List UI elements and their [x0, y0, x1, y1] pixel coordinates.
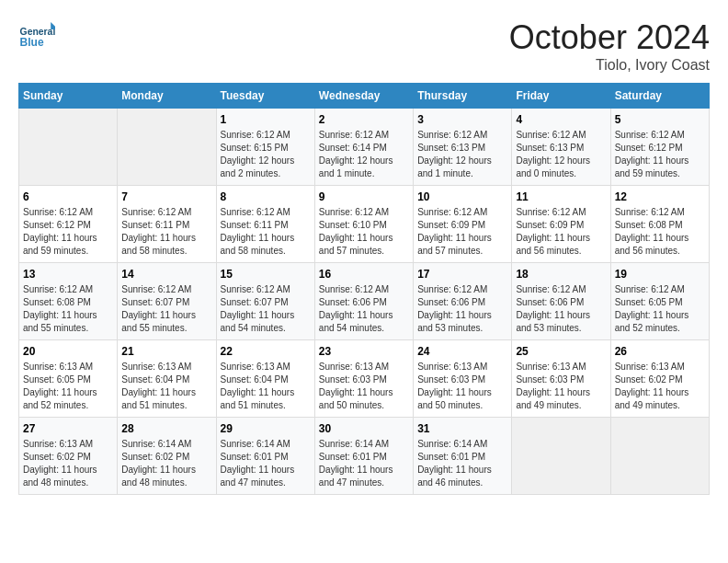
day-number: 25: [516, 345, 606, 358]
calendar-week-row: 20Sunrise: 6:13 AMSunset: 6:05 PMDayligh…: [19, 340, 710, 418]
day-info: Sunrise: 6:12 AMSunset: 6:07 PMDaylight:…: [121, 283, 211, 335]
calendar-cell: 25Sunrise: 6:13 AMSunset: 6:03 PMDayligh…: [512, 340, 610, 418]
calendar-cell: [512, 418, 610, 495]
day-info: Sunrise: 6:12 AMSunset: 6:06 PMDaylight:…: [319, 283, 409, 335]
page-header: General Blue October 2024 Tiolo, Ivory C…: [18, 18, 710, 74]
day-info: Sunrise: 6:13 AMSunset: 6:03 PMDaylight:…: [319, 361, 409, 412]
calendar-cell: 7Sunrise: 6:12 AMSunset: 6:11 PMDaylight…: [118, 186, 216, 263]
day-number: 15: [221, 268, 311, 281]
title-block: October 2024 Tiolo, Ivory Coast: [509, 18, 710, 74]
col-wednesday: Wednesday: [314, 84, 413, 109]
calendar-cell: 4Sunrise: 6:12 AMSunset: 6:13 PMDaylight…: [512, 109, 610, 186]
calendar-week-row: 27Sunrise: 6:13 AMSunset: 6:02 PMDayligh…: [19, 418, 710, 495]
day-info: Sunrise: 6:12 AMSunset: 6:10 PMDaylight:…: [319, 206, 409, 258]
calendar-cell: 15Sunrise: 6:12 AMSunset: 6:07 PMDayligh…: [216, 263, 314, 340]
day-info: Sunrise: 6:12 AMSunset: 6:12 PMDaylight:…: [23, 206, 113, 258]
day-info: Sunrise: 6:12 AMSunset: 6:07 PMDaylight:…: [221, 283, 311, 335]
day-number: 11: [516, 190, 606, 203]
calendar-page: General Blue October 2024 Tiolo, Ivory C…: [0, 0, 728, 504]
calendar-cell: 31Sunrise: 6:14 AMSunset: 6:01 PMDayligh…: [414, 418, 512, 495]
calendar-cell: 16Sunrise: 6:12 AMSunset: 6:06 PMDayligh…: [314, 263, 413, 340]
day-info: Sunrise: 6:13 AMSunset: 6:04 PMDaylight:…: [221, 361, 311, 412]
calendar-week-row: 6Sunrise: 6:12 AMSunset: 6:12 PMDaylight…: [19, 186, 710, 263]
calendar-cell: [610, 418, 709, 495]
day-number: 21: [121, 345, 211, 358]
day-info: Sunrise: 6:13 AMSunset: 6:03 PMDaylight:…: [516, 361, 606, 412]
day-number: 18: [516, 268, 606, 281]
day-number: 20: [23, 345, 113, 358]
col-thursday: Thursday: [414, 84, 512, 109]
day-info: Sunrise: 6:12 AMSunset: 6:12 PMDaylight:…: [615, 129, 705, 180]
calendar-cell: 22Sunrise: 6:13 AMSunset: 6:04 PMDayligh…: [216, 340, 314, 418]
calendar-cell: 1Sunrise: 6:12 AMSunset: 6:15 PMDaylight…: [216, 109, 314, 186]
day-number: 1: [221, 113, 311, 126]
day-info: Sunrise: 6:12 AMSunset: 6:09 PMDaylight:…: [516, 206, 606, 258]
svg-text:Blue: Blue: [20, 36, 44, 49]
day-number: 13: [23, 268, 113, 281]
day-info: Sunrise: 6:13 AMSunset: 6:05 PMDaylight:…: [23, 361, 113, 412]
calendar-cell: 28Sunrise: 6:14 AMSunset: 6:02 PMDayligh…: [118, 418, 216, 495]
day-number: 29: [221, 422, 311, 435]
calendar-cell: 12Sunrise: 6:12 AMSunset: 6:08 PMDayligh…: [610, 186, 709, 263]
calendar-cell: 19Sunrise: 6:12 AMSunset: 6:05 PMDayligh…: [610, 263, 709, 340]
day-number: 17: [417, 268, 507, 281]
day-info: Sunrise: 6:14 AMSunset: 6:01 PMDaylight:…: [417, 438, 507, 489]
day-info: Sunrise: 6:12 AMSunset: 6:08 PMDaylight:…: [615, 206, 705, 258]
month-title: October 2024: [509, 18, 710, 57]
calendar-cell: 20Sunrise: 6:13 AMSunset: 6:05 PMDayligh…: [19, 340, 118, 418]
calendar-cell: 14Sunrise: 6:12 AMSunset: 6:07 PMDayligh…: [118, 263, 216, 340]
day-number: 31: [417, 422, 507, 435]
day-info: Sunrise: 6:12 AMSunset: 6:09 PMDaylight:…: [417, 206, 507, 258]
col-sunday: Sunday: [19, 84, 118, 109]
day-info: Sunrise: 6:12 AMSunset: 6:11 PMDaylight:…: [221, 206, 311, 258]
calendar-cell: 30Sunrise: 6:14 AMSunset: 6:01 PMDayligh…: [314, 418, 413, 495]
day-number: 30: [319, 422, 409, 435]
day-number: 3: [417, 113, 507, 126]
day-number: 23: [319, 345, 409, 358]
calendar-cell: 9Sunrise: 6:12 AMSunset: 6:10 PMDaylight…: [314, 186, 413, 263]
day-info: Sunrise: 6:12 AMSunset: 6:06 PMDaylight:…: [417, 283, 507, 335]
calendar-cell: 23Sunrise: 6:13 AMSunset: 6:03 PMDayligh…: [314, 340, 413, 418]
col-saturday: Saturday: [610, 84, 709, 109]
calendar-cell: 11Sunrise: 6:12 AMSunset: 6:09 PMDayligh…: [512, 186, 610, 263]
day-info: Sunrise: 6:12 AMSunset: 6:15 PMDaylight:…: [221, 129, 311, 180]
day-info: Sunrise: 6:13 AMSunset: 6:02 PMDaylight:…: [23, 438, 113, 489]
calendar-cell: 8Sunrise: 6:12 AMSunset: 6:11 PMDaylight…: [216, 186, 314, 263]
calendar-cell: 13Sunrise: 6:12 AMSunset: 6:08 PMDayligh…: [19, 263, 118, 340]
calendar-cell: 2Sunrise: 6:12 AMSunset: 6:14 PMDaylight…: [314, 109, 413, 186]
day-number: 10: [417, 190, 507, 203]
col-monday: Monday: [118, 84, 216, 109]
day-number: 19: [615, 268, 705, 281]
calendar-table: Sunday Monday Tuesday Wednesday Thursday…: [18, 83, 710, 495]
calendar-cell: [19, 109, 118, 186]
calendar-cell: 17Sunrise: 6:12 AMSunset: 6:06 PMDayligh…: [414, 263, 512, 340]
logo-icon: General Blue: [18, 18, 55, 55]
day-info: Sunrise: 6:12 AMSunset: 6:05 PMDaylight:…: [615, 283, 705, 335]
day-number: 5: [615, 113, 705, 126]
day-info: Sunrise: 6:12 AMSunset: 6:13 PMDaylight:…: [516, 129, 606, 180]
calendar-week-row: 1Sunrise: 6:12 AMSunset: 6:15 PMDaylight…: [19, 109, 710, 186]
calendar-cell: 10Sunrise: 6:12 AMSunset: 6:09 PMDayligh…: [414, 186, 512, 263]
calendar-cell: 3Sunrise: 6:12 AMSunset: 6:13 PMDaylight…: [414, 109, 512, 186]
day-info: Sunrise: 6:12 AMSunset: 6:08 PMDaylight:…: [23, 283, 113, 335]
day-info: Sunrise: 6:12 AMSunset: 6:06 PMDaylight:…: [516, 283, 606, 335]
day-number: 2: [319, 113, 409, 126]
calendar-header-row: Sunday Monday Tuesday Wednesday Thursday…: [19, 84, 710, 109]
day-number: 6: [23, 190, 113, 203]
day-info: Sunrise: 6:12 AMSunset: 6:11 PMDaylight:…: [121, 206, 211, 258]
calendar-week-row: 13Sunrise: 6:12 AMSunset: 6:08 PMDayligh…: [19, 263, 710, 340]
day-number: 24: [417, 345, 507, 358]
day-number: 28: [121, 422, 211, 435]
day-number: 22: [221, 345, 311, 358]
day-info: Sunrise: 6:13 AMSunset: 6:03 PMDaylight:…: [417, 361, 507, 412]
day-info: Sunrise: 6:13 AMSunset: 6:04 PMDaylight:…: [121, 361, 211, 412]
day-number: 12: [615, 190, 705, 203]
calendar-cell: 18Sunrise: 6:12 AMSunset: 6:06 PMDayligh…: [512, 263, 610, 340]
calendar-cell: 5Sunrise: 6:12 AMSunset: 6:12 PMDaylight…: [610, 109, 709, 186]
day-number: 26: [615, 345, 705, 358]
calendar-body: 1Sunrise: 6:12 AMSunset: 6:15 PMDaylight…: [19, 109, 710, 495]
col-tuesday: Tuesday: [216, 84, 314, 109]
calendar-cell: 27Sunrise: 6:13 AMSunset: 6:02 PMDayligh…: [19, 418, 118, 495]
day-number: 16: [319, 268, 409, 281]
day-info: Sunrise: 6:12 AMSunset: 6:14 PMDaylight:…: [319, 129, 409, 180]
